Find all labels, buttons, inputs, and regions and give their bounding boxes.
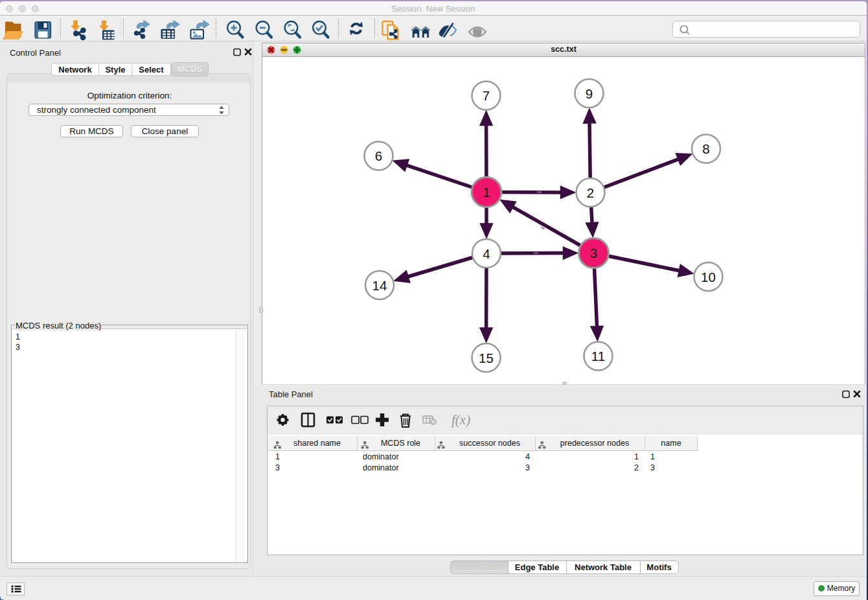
svg-text:11: 11 — [591, 349, 604, 363]
svg-text:14: 14 — [372, 278, 387, 293]
svg-text:3: 3 — [589, 246, 597, 260]
svg-text:2: 2 — [586, 185, 593, 200]
svg-text:9: 9 — [585, 86, 592, 101]
svg-text:10: 10 — [701, 270, 716, 284]
svg-text:7: 7 — [482, 88, 489, 103]
svg-text:f(x): f(x) — [451, 412, 470, 428]
svg-text:4: 4 — [483, 246, 490, 261]
svg-text:8: 8 — [702, 141, 709, 156]
svg-text:6: 6 — [374, 148, 382, 163]
svg-text:1: 1 — [483, 185, 490, 200]
svg-text:15: 15 — [479, 351, 494, 365]
